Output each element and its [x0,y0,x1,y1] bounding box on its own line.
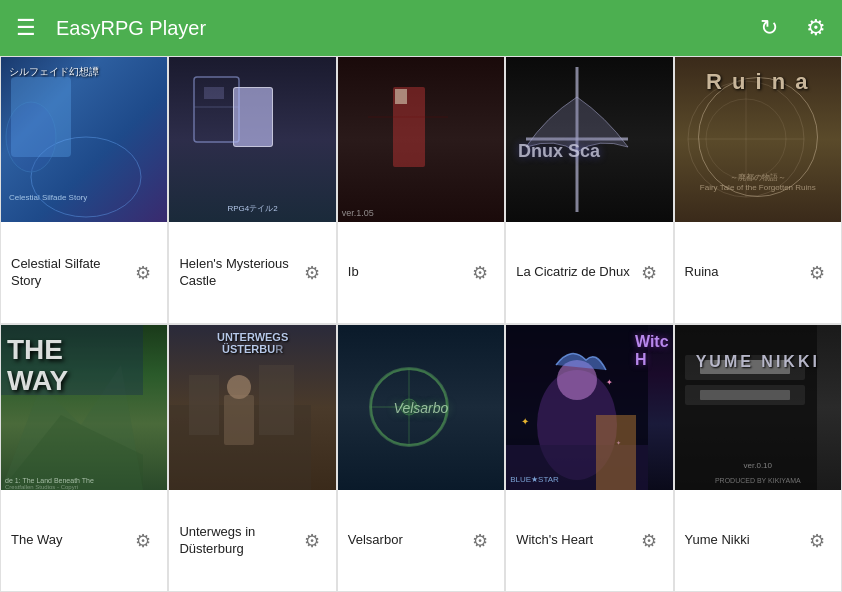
gear-button-witch[interactable]: ⚙ [633,525,665,557]
gear-button-theway[interactable]: ⚙ [127,525,159,557]
svg-rect-22 [224,395,254,445]
svg-text:✦: ✦ [521,416,529,427]
game-thumbnail-ib: ver.1.05 [338,57,504,222]
game-thumbnail-velsarbor: Velsarbo [338,325,504,490]
game-title-unterwegs: Unterwegs in Düsterburg [179,524,295,558]
game-thumbnail-ruina: R u i n a ～廃都の物語～Fairy Tale of the Forgo… [675,57,841,222]
game-thumbnail-yume: YUME NIKKI ver.0.10 PRODUCED BY KIKIYAMA [675,325,841,490]
svg-rect-2 [194,77,239,142]
game-card-velsarbor[interactable]: Velsarbo Velsarbor ⚙ [337,324,505,592]
svg-rect-20 [189,375,219,435]
game-card-yume[interactable]: YUME NIKKI ver.0.10 PRODUCED BY KIKIYAMA… [674,324,842,592]
game-title-theway: The Way [11,532,127,549]
gear-button-helen[interactable]: ⚙ [296,257,328,289]
game-thumbnail-celestial: シルフェイド幻想譚 Celestial Silfade Story [1,57,167,222]
game-card-ib[interactable]: ver.1.05 Ib ⚙ [337,56,505,324]
game-card-theway[interactable]: THEWAY de 1: The Land Beneath The Crestf… [0,324,168,592]
game-title-lacicatriz: La Cicatriz de Dhux [516,264,632,281]
svg-rect-40 [700,390,790,400]
game-thumbnail-lacicatriz: Dnux Sca [506,57,672,222]
settings-icon[interactable]: ⚙ [806,15,826,41]
gear-button-celestial[interactable]: ⚙ [127,257,159,289]
game-thumbnail-helen: RPG4テイル2 [169,57,335,222]
game-grid: シルフェイド幻想譚 Celestial Silfade Story Celest… [0,56,842,592]
gear-button-ib[interactable]: ⚙ [464,257,496,289]
svg-point-23 [227,375,251,399]
game-card-helen[interactable]: RPG4テイル2 Helen's Mysterious Castle ⚙ [168,56,336,324]
svg-rect-35 [596,415,636,490]
game-card-lacicatriz[interactable]: Dnux Sca La Cicatriz de Dhux ⚙ [505,56,673,324]
game-card-ruina[interactable]: R u i n a ～廃都の物語～Fairy Tale of the Forgo… [674,56,842,324]
gear-button-lacicatriz[interactable]: ⚙ [633,257,665,289]
gear-button-ruina[interactable]: ⚙ [801,257,833,289]
gear-button-unterwegs[interactable]: ⚙ [296,525,328,557]
svg-rect-4 [204,87,224,99]
svg-rect-21 [259,365,294,435]
hamburger-icon[interactable]: ☰ [16,15,36,41]
game-title-witch: Witch's Heart [516,532,632,549]
game-card-unterwegs[interactable]: UNTERWEGSÜSTERBUR Unterwegs in Düsterbur… [168,324,336,592]
svg-point-1 [6,102,56,172]
game-thumbnail-witch: ✦ ✦ ✦ WitcH BLUE★STAR [506,325,672,490]
app-bar: ☰ EasyRPG Player ↻ ⚙ [0,0,842,56]
game-title-ib: Ib [348,264,464,281]
gear-button-velsarbor[interactable]: ⚙ [464,525,496,557]
game-title-helen: Helen's Mysterious Castle [179,256,295,290]
game-title-celestial: Celestial Silfate Story [11,256,127,290]
game-card-witch[interactable]: ✦ ✦ ✦ WitcH BLUE★STAR Witch's Heart ⚙ [505,324,673,592]
svg-text:Dnux Sca: Dnux Sca [518,141,601,161]
refresh-icon[interactable]: ↻ [760,15,778,41]
gear-button-yume[interactable]: ⚙ [801,525,833,557]
game-title-velsarbor: Velsarbor [348,532,464,549]
app-title: EasyRPG Player [56,17,732,40]
svg-rect-6 [395,89,407,104]
game-title-ruina: Ruina [685,264,801,281]
game-card-celestial[interactable]: シルフェイド幻想譚 Celestial Silfade Story Celest… [0,56,168,324]
game-title-yume: Yume Nikki [685,532,801,549]
game-thumbnail-theway: THEWAY de 1: The Land Beneath The Crestf… [1,325,167,490]
game-thumbnail-unterwegs: UNTERWEGSÜSTERBUR [169,325,335,490]
svg-text:✦: ✦ [606,378,613,387]
